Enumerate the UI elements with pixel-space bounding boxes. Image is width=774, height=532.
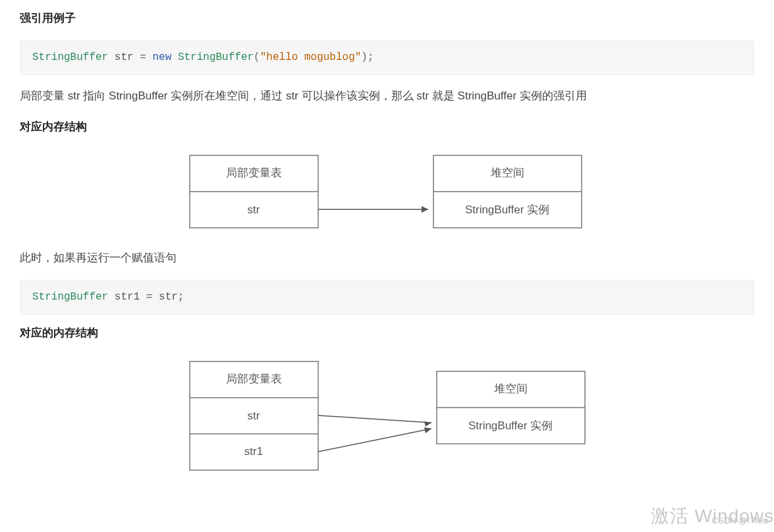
d2-right-cell: StringBuffer 实例 — [468, 419, 552, 432]
svg-marker-5 — [422, 206, 428, 213]
d2-left-cell1: str — [247, 410, 260, 422]
diagram-2: 局部变量表 str str1 堆空间 StringBuffer 实例 — [20, 355, 754, 480]
token-lp: ( — [254, 51, 260, 63]
code-block-1: StringBuffer str = new StringBuffer("hel… — [20, 40, 754, 75]
token-type: StringBuffer — [32, 51, 108, 63]
token-string: "hello mogublog" — [260, 51, 362, 63]
svg-line-11 — [318, 415, 431, 423]
token-var: str — [115, 51, 134, 63]
d1-right-cell: StringBuffer 实例 — [464, 203, 549, 216]
svg-line-13 — [318, 429, 431, 452]
d2-left-cell2: str1 — [244, 445, 262, 458]
token-rhs: str; — [159, 291, 184, 303]
token-eq: = — [140, 51, 146, 63]
paragraph-1: 局部变量 str 指向 StringBuffer 实例所在堆空间，通过 str … — [20, 87, 754, 106]
token-type: StringBuffer — [178, 51, 254, 63]
d1-left-header: 局部变量表 — [225, 167, 281, 179]
diagram-1: 局部变量表 str 堆空间 StringBuffer 实例 — [20, 149, 754, 234]
code-block-2: StringBuffer str1 = str; — [20, 280, 754, 315]
heading-memory-structure: 对应内存结构 — [20, 118, 754, 137]
svg-marker-14 — [424, 427, 431, 433]
d1-left-cell: str — [247, 203, 260, 216]
token-eq: = — [146, 291, 153, 303]
d2-left-header: 局部变量表 — [225, 373, 281, 385]
token-type: StringBuffer — [32, 291, 108, 303]
d1-right-header: 堆空间 — [489, 167, 524, 179]
token-keyword: new — [152, 51, 171, 63]
token-rp: ); — [361, 51, 373, 63]
d2-right-header: 堆空间 — [493, 383, 527, 395]
token-var: str1 — [115, 291, 140, 303]
watermark-activate-windows: 激活 Windows — [651, 500, 774, 507]
heading-strong-ref-example: 强引用例子 — [20, 9, 754, 28]
paragraph-2: 此时，如果再运行一个赋值语句 — [20, 249, 754, 268]
heading-memory-structure-2: 对应的内存结构 — [20, 324, 754, 343]
